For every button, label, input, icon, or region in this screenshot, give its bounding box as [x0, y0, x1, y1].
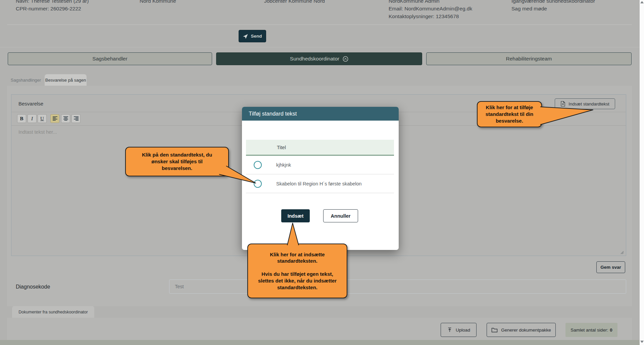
radio-option-1[interactable] [254, 161, 262, 169]
circle-chevron-up-icon [343, 56, 348, 62]
callout-choose-template: Klik på den standardtekst, du ønsker ska… [125, 147, 229, 176]
patient-cpr: CPR-nummer: 260296-2222 [16, 5, 89, 12]
send-icon [243, 34, 248, 39]
scroll-down-icon[interactable] [640, 341, 644, 343]
send-button[interactable]: Send [239, 30, 266, 42]
admin-name: NordKommune Admin [389, 0, 472, 5]
column-header-titel: Titel [277, 145, 286, 150]
subtab-besvarelse[interactable]: Besvarelse på sagen [45, 74, 87, 86]
standard-text-row-1[interactable]: kjhkjnk [246, 156, 394, 174]
radio-option-2[interactable] [254, 180, 262, 188]
total-pages-value: 0 [610, 328, 612, 333]
align-right-button[interactable] [71, 114, 81, 123]
total-pages-label: Samlet antal sider: [571, 328, 608, 333]
modal-insert-label: Indsæt [288, 213, 304, 219]
diagnose-input[interactable] [169, 279, 626, 294]
callout-insert-action-line2: Hvis du har tilføjet egen tekst, slettes… [255, 271, 340, 291]
align-center-button[interactable] [61, 114, 70, 123]
patient-header: Navn: Therese Testesen (29 år) CPR-numme… [16, 0, 89, 12]
resize-grip-icon[interactable] [620, 250, 624, 254]
case-status-secondary: Sag med møde [511, 5, 595, 12]
save-answer-label: Gem svar [600, 265, 621, 270]
tab-sundhedskoordinator-label: Sundhedskoordinator [290, 56, 339, 62]
modal-title: Tilføj standard tekst [249, 111, 297, 117]
page-scrollbar[interactable] [640, 0, 644, 345]
tab-sundhedskoordinator[interactable]: Sundhedskoordinator [216, 52, 422, 65]
case-status-block: Igangværende sundhedskoordinator Sag med… [511, 0, 595, 12]
admin-email: Email: NordKommuneAdmin@eg.dk [389, 5, 472, 12]
table-header-row: Titel [246, 140, 394, 156]
admin-contact-block: NordKommune Admin Email: NordKommuneAdmi… [389, 0, 472, 20]
folder-icon [491, 328, 498, 333]
upload-icon [447, 327, 452, 333]
modal-insert-button[interactable]: Indsæt [281, 209, 310, 222]
standard-text-option-2: Skabelon til Region H´s første skabelon [276, 181, 362, 186]
editor-placeholder: Indtast tekst her... [18, 129, 57, 135]
tab-dokumenter[interactable]: Dokumenter fra sundhedskoordinator [12, 306, 94, 318]
modal-header: Tilføj standard tekst [242, 107, 399, 121]
generate-package-button[interactable]: Generer dokumentpakke [487, 323, 556, 337]
subtab-sagshandlinger-label: Sagshandlinger [11, 78, 41, 83]
callout-insert-standard-text-label: Klik her for at tilføje standardtekst ti… [481, 104, 538, 124]
send-button-label: Send [251, 34, 262, 39]
section-separator [0, 47, 640, 47]
callout-choose-template-label: Klik på den standardtekst, du ønsker ska… [138, 152, 216, 171]
upload-button[interactable]: Upload [441, 323, 477, 337]
italic-glyph: I [31, 116, 33, 122]
insert-standard-text-button[interactable]: Indsæt standardtekst [555, 98, 615, 109]
scroll-up-icon[interactable] [640, 1, 644, 3]
file-arrow-up-icon [560, 101, 565, 107]
subtab-besvarelse-label: Besvarelse på sagen [45, 78, 86, 83]
standard-text-table: Titel kjhkjnk Skabelon til Region H´s fø… [246, 140, 394, 193]
callout-insert-standard-text: Klik her for at tilføje standardtekst ti… [477, 101, 542, 127]
tab-dokumenter-label: Dokumenter fra sundhedskoordinator [18, 310, 88, 314]
bold-button[interactable]: B [17, 114, 26, 123]
municipality-label: Nord Kommune [140, 0, 176, 5]
align-right-icon [73, 116, 79, 121]
jobcenter-label: Jobcenter Kommune Nord [264, 0, 325, 5]
subtab-sagshandlinger[interactable]: Sagshandlinger [7, 74, 45, 86]
add-standard-text-modal: Tilføj standard tekst Titel kjhkjnk Skab… [242, 107, 399, 250]
save-answer-button[interactable]: Gem svar [596, 261, 625, 273]
generate-package-label: Generer dokumentpakke [501, 328, 551, 333]
standard-text-row-2[interactable]: Skabelon til Region H´s første skabelon [246, 174, 394, 193]
align-left-icon [52, 116, 58, 121]
header-separator [7, 25, 632, 25]
underline-button[interactable]: U [38, 114, 47, 123]
case-status-primary: Igangværende sundhedskoordinator [511, 0, 595, 5]
modal-cancel-label: Annuller [331, 213, 351, 219]
total-pages-badge: Samlet antal sider: 0 [565, 323, 617, 337]
standard-text-option-1: kjhkjnk [276, 162, 291, 168]
italic-button[interactable]: I [28, 114, 37, 123]
admin-phone: Kontaktoplysninger: 12345678 [389, 12, 472, 20]
tab-rehabiliteringsteam-label: Rehabiliteringsteam [506, 56, 552, 62]
bold-glyph: B [20, 116, 23, 122]
tab-rehabiliteringsteam[interactable]: Rehabiliteringsteam [426, 52, 632, 65]
besvarelse-panel-title: Besvarelse [18, 101, 43, 106]
diagnose-label: Diagnosekode [16, 284, 50, 290]
align-left-button[interactable] [50, 114, 59, 123]
insert-standard-text-label: Indsæt standardtekst [568, 101, 609, 106]
modal-cancel-button[interactable]: Annuller [323, 209, 358, 222]
tab-sagsbehandler[interactable]: Sagsbehandler [8, 52, 212, 65]
callout-insert-action: Klik her for at indsætte standardteksten… [247, 244, 347, 298]
upload-label: Upload [456, 328, 470, 333]
underline-glyph: U [40, 116, 44, 122]
callout-insert-action-line1: Klik her for at indsætte standardteksten… [255, 251, 340, 265]
tab-sagsbehandler-label: Sagsbehandler [92, 56, 127, 62]
patient-name: Navn: Therese Testesen (29 år) [16, 0, 89, 5]
app-root: Navn: Therese Testesen (29 år) CPR-numme… [0, 0, 644, 345]
align-center-icon [63, 116, 68, 121]
footer-strip [0, 340, 640, 345]
